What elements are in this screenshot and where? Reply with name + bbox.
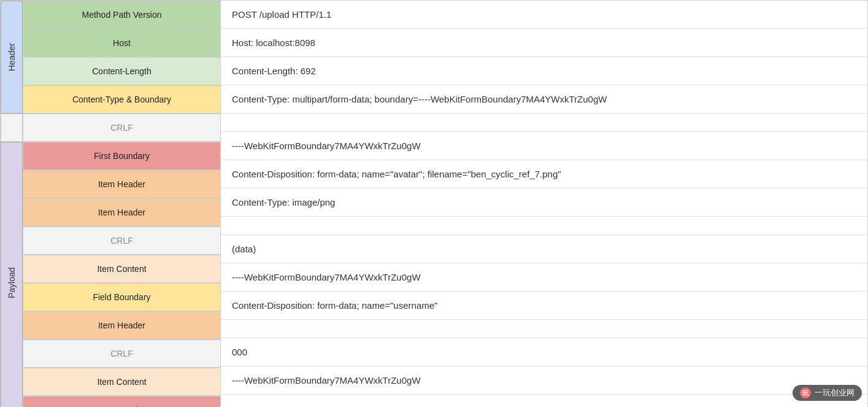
row-last-boundary: Last Boundary xyxy=(23,396,221,407)
row-content-length: Content-Length xyxy=(23,57,221,85)
watermark: 玩 一玩创业网 xyxy=(793,385,862,401)
left-section: Header Payload Method Path Version Host … xyxy=(0,0,221,407)
row-crlf-3: CRLF xyxy=(23,339,221,368)
row-field-boundary: Field Boundary xyxy=(23,283,221,311)
row-item-header-3: Item Header xyxy=(23,311,221,339)
svg-text:玩: 玩 xyxy=(802,390,809,397)
row-host: Host xyxy=(23,29,221,57)
watermark-text: 一玩创业网 xyxy=(815,387,855,398)
value-crlf-1 xyxy=(221,114,867,132)
row-content-type-boundary: Content-Type & Boundary xyxy=(23,85,221,114)
row-first-boundary: First Boundary xyxy=(23,142,221,170)
rows-col: Method Path Version Host Content-Length … xyxy=(23,1,221,407)
value-item-content-1: (data) xyxy=(221,235,867,263)
right-section: POST /upload HTTP/1.1 Host: localhost:80… xyxy=(221,0,868,407)
value-item-header-1: Content-Disposition: form-data; name="av… xyxy=(221,160,867,188)
value-content-type-boundary: Content-Type: multipart/form-data; bound… xyxy=(221,85,867,114)
value-crlf-3 xyxy=(221,320,867,338)
row-item-header-1: Item Header xyxy=(23,170,221,198)
value-method-path-version: POST /upload HTTP/1.1 xyxy=(221,1,867,29)
value-last-boundary: ----WebKitFormBoundary7MA4YWxkTrZu0gW xyxy=(221,366,867,395)
row-item-content-2: Item Content xyxy=(23,368,221,396)
value-item-content-2: 000 xyxy=(221,338,867,366)
header-label-col: Header Payload xyxy=(1,1,23,407)
row-item-header-2: Item Header xyxy=(23,198,221,227)
value-first-boundary: ----WebKitFormBoundary7MA4YWxkTrZu0gW xyxy=(221,132,867,160)
header-section-label: Header xyxy=(1,1,23,114)
value-item-header-3: Content-Disposition: form-data; name="us… xyxy=(221,292,867,320)
main-table: Header Payload Method Path Version Host … xyxy=(0,0,868,407)
value-crlf-2 xyxy=(221,217,867,235)
value-field-boundary: ----WebKitFormBoundary7MA4YWxkTrZu0gW xyxy=(221,263,867,292)
value-content-length: Content-Length: 692 xyxy=(221,57,867,85)
watermark-icon: 玩 xyxy=(800,387,811,398)
value-host: Host: localhost:8098 xyxy=(221,29,867,57)
row-method-path-version: Method Path Version xyxy=(23,1,221,29)
row-crlf-1: CRLF xyxy=(23,114,221,142)
value-item-header-2: Content-Type: image/png xyxy=(221,188,867,217)
row-item-content-1: Item Content xyxy=(23,255,221,283)
payload-section-label: Payload xyxy=(1,142,23,407)
row-crlf-2: CRLF xyxy=(23,227,221,255)
